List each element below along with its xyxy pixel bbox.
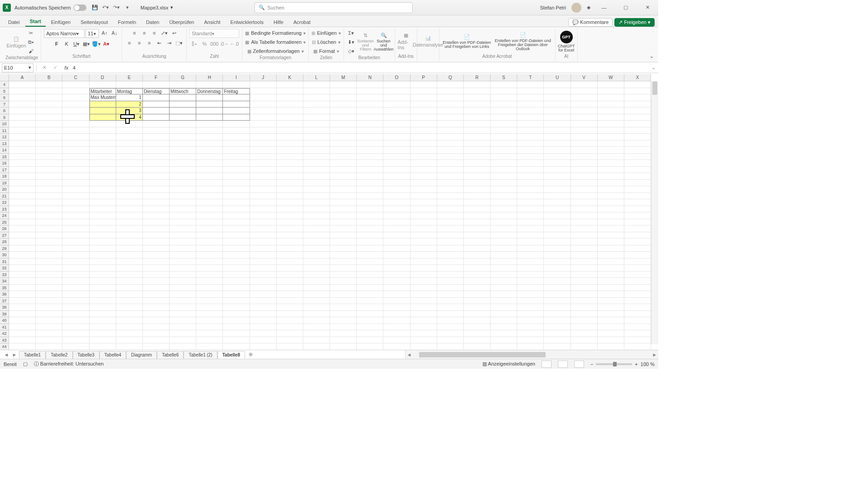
zoom-control[interactable]: − + 100 % <box>590 361 655 367</box>
orientation-icon[interactable]: ⤢▾ <box>160 29 169 37</box>
cell-P32[interactable] <box>410 265 437 272</box>
formula-input[interactable] <box>73 64 647 72</box>
cell-G22[interactable] <box>170 199 196 206</box>
cell-L20[interactable] <box>303 186 330 193</box>
cell-L31[interactable] <box>303 258 330 265</box>
cell-X26[interactable] <box>624 225 651 232</box>
cell-A41[interactable] <box>9 324 36 331</box>
cell-U41[interactable] <box>544 324 571 331</box>
cell-X35[interactable] <box>624 285 651 291</box>
cell-I35[interactable] <box>223 285 250 291</box>
cell-I39[interactable] <box>223 311 250 318</box>
cell-R30[interactable] <box>464 252 491 258</box>
cell-X6[interactable] <box>624 94 651 101</box>
cell-K25[interactable] <box>277 219 303 226</box>
cell-P15[interactable] <box>410 154 437 160</box>
cell-F12[interactable] <box>143 134 170 141</box>
cell-X33[interactable] <box>624 272 651 278</box>
cell-X36[interactable] <box>624 291 651 298</box>
cell-A42[interactable] <box>9 330 36 337</box>
cell-F42[interactable] <box>143 330 170 337</box>
cell-T8[interactable] <box>517 108 544 114</box>
cell-O20[interactable] <box>383 186 410 193</box>
display-settings[interactable]: ▥ Anzeigeeinstellungen <box>482 361 535 367</box>
cell-M13[interactable] <box>330 141 357 147</box>
cell-D39[interactable] <box>90 311 116 318</box>
cell-R39[interactable] <box>464 311 491 318</box>
cell-M26[interactable] <box>330 225 357 232</box>
cell-X7[interactable] <box>624 101 651 108</box>
cell-T5[interactable] <box>517 88 544 95</box>
cell-G12[interactable] <box>170 134 196 141</box>
select-all-button[interactable] <box>0 74 9 81</box>
italic-button[interactable]: K <box>62 40 71 48</box>
cell-J10[interactable] <box>250 121 277 127</box>
cell-D6[interactable]: Max Mustern <box>90 94 116 101</box>
cell-T25[interactable] <box>517 219 544 226</box>
cell-M28[interactable] <box>330 239 357 245</box>
cell-D26[interactable] <box>90 225 116 232</box>
cell-S15[interactable] <box>491 154 517 160</box>
cell-R10[interactable] <box>464 121 491 127</box>
cell-N35[interactable] <box>357 285 383 291</box>
cell-R9[interactable] <box>464 114 491 121</box>
cell-G33[interactable] <box>170 272 196 278</box>
cell-W8[interactable] <box>598 108 624 114</box>
currency-icon[interactable]: ₿▾ <box>190 40 199 48</box>
cell-T6[interactable] <box>517 94 544 101</box>
cell-S20[interactable] <box>491 186 517 193</box>
row-header-11[interactable]: 11 <box>0 127 9 134</box>
cell-A7[interactable] <box>9 101 36 108</box>
cell-C24[interactable] <box>62 212 89 219</box>
cell-W18[interactable] <box>598 173 624 180</box>
cell-M38[interactable] <box>330 304 357 311</box>
cell-U22[interactable] <box>544 199 571 206</box>
cell-M6[interactable] <box>330 94 357 101</box>
row-header-23[interactable]: 23 <box>0 206 9 213</box>
cell-U27[interactable] <box>544 232 571 239</box>
cell-Q5[interactable] <box>437 88 464 95</box>
cell-J37[interactable] <box>250 298 277 305</box>
cell-G8[interactable] <box>170 108 196 114</box>
cell-H28[interactable] <box>196 239 223 245</box>
align-top-icon[interactable]: ≡ <box>130 29 139 37</box>
row-header-24[interactable]: 24 <box>0 212 9 219</box>
cell-C11[interactable] <box>62 127 89 134</box>
cell-C25[interactable] <box>62 219 89 226</box>
cell-J25[interactable] <box>250 219 277 226</box>
cell-O34[interactable] <box>383 278 410 285</box>
cell-Q39[interactable] <box>437 311 464 318</box>
cell-B44[interactable] <box>36 343 62 350</box>
cell-A25[interactable] <box>9 219 36 226</box>
cell-D11[interactable] <box>90 127 116 134</box>
ribbon-tab-ansicht[interactable]: Ansicht <box>199 18 225 27</box>
copy-icon[interactable]: ⧉▾ <box>26 38 35 46</box>
cell-N37[interactable] <box>357 298 383 305</box>
cell-N12[interactable] <box>357 134 383 141</box>
cell-E36[interactable] <box>116 291 143 298</box>
cell-K32[interactable] <box>277 265 303 272</box>
cell-W31[interactable] <box>598 258 624 265</box>
cell-A31[interactable] <box>9 258 36 265</box>
cell-I20[interactable] <box>223 186 250 193</box>
cell-Q8[interactable] <box>437 108 464 114</box>
cell-V11[interactable] <box>571 127 598 134</box>
cell-V38[interactable] <box>571 304 598 311</box>
cell-Q25[interactable] <box>437 219 464 226</box>
cell-V21[interactable] <box>571 193 598 200</box>
sheet-tab-Tabelle1 (2)[interactable]: Tabelle1 (2) <box>184 351 217 359</box>
cell-I22[interactable] <box>223 199 250 206</box>
cell-P37[interactable] <box>410 298 437 305</box>
format-as-table[interactable]: ▦ Als Tabelle formatieren▾ <box>245 38 306 46</box>
comments-button[interactable]: 💬 Kommentare <box>568 18 613 27</box>
cell-U8[interactable] <box>544 108 571 114</box>
cell-T11[interactable] <box>517 127 544 134</box>
cell-W10[interactable] <box>598 121 624 127</box>
cell-R38[interactable] <box>464 304 491 311</box>
cell-Q44[interactable] <box>437 343 464 350</box>
cell-N5[interactable] <box>357 88 383 95</box>
cell-J40[interactable] <box>250 317 277 324</box>
cell-E23[interactable] <box>116 206 143 213</box>
decrease-font-icon[interactable]: A↓ <box>110 29 119 37</box>
cell-C7[interactable] <box>62 101 89 108</box>
